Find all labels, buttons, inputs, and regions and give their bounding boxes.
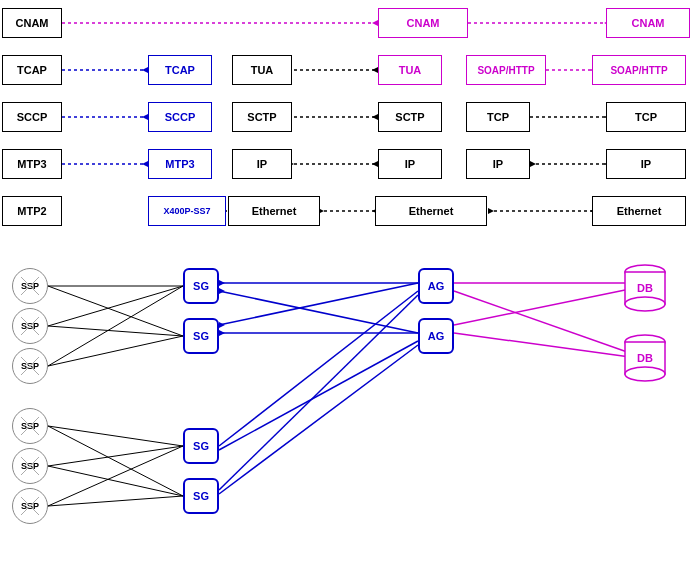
db1-node: DB	[620, 262, 670, 314]
ssp3-node: SSP	[12, 348, 48, 384]
svg-point-77	[625, 367, 665, 381]
tcp-col6: TCP	[606, 102, 686, 132]
cnam-label-col1: CNAM	[2, 8, 62, 38]
db1-icon: DB	[620, 262, 670, 314]
svg-text:DB: DB	[637, 352, 653, 364]
x400p-col2: X400P-SS7	[148, 196, 226, 226]
svg-marker-22	[530, 161, 536, 167]
svg-line-33	[48, 286, 183, 326]
ssp2-node: SSP	[12, 308, 48, 344]
tcap-col2: TCAP	[148, 55, 212, 85]
svg-marker-46	[219, 288, 225, 294]
ip-col4: IP	[378, 149, 442, 179]
tcp-col5: TCP	[466, 102, 530, 132]
ethernet-col4: Ethernet	[375, 196, 487, 226]
ip-col5: IP	[466, 149, 530, 179]
svg-marker-49	[219, 330, 225, 336]
ssp1-node: SSP	[12, 268, 48, 304]
svg-text:DB: DB	[637, 282, 653, 294]
svg-line-41	[48, 446, 183, 506]
svg-line-51	[219, 291, 418, 446]
svg-line-37	[48, 426, 183, 446]
mtp2-label-col1: MTP2	[2, 196, 62, 226]
svg-line-38	[48, 426, 183, 496]
ssp5-node: SSP	[12, 448, 48, 484]
db2-icon: DB	[620, 332, 670, 384]
connection-lines	[0, 0, 696, 579]
svg-line-56	[454, 291, 630, 353]
ip-col6: IP	[606, 149, 686, 179]
ag2-node: AG	[418, 318, 454, 354]
sccp-label-col1: SCCP	[2, 102, 62, 132]
soaphttp-col6: SOAP/HTTP	[592, 55, 686, 85]
svg-line-34	[48, 326, 183, 336]
db2-node: DB	[620, 332, 670, 384]
sg2-node: SG	[183, 318, 219, 354]
svg-line-42	[48, 496, 183, 506]
svg-line-54	[219, 345, 418, 494]
svg-line-32	[48, 286, 183, 336]
svg-line-52	[219, 341, 418, 450]
diagram: CNAM TCAP SCCP MTP3 MTP2 TCAP SCCP MTP3 …	[0, 0, 696, 579]
tcap-label-col1: TCAP	[2, 55, 62, 85]
svg-line-35	[48, 286, 183, 366]
sctp-col4: SCTP	[378, 102, 442, 132]
sg4-node: SG	[183, 478, 219, 514]
sg1-node: SG	[183, 268, 219, 304]
soaphttp-col5: SOAP/HTTP	[466, 55, 546, 85]
svg-line-44	[219, 291, 418, 333]
svg-point-73	[625, 297, 665, 311]
cnam-col6: CNAM	[606, 8, 690, 38]
mtp3-label-col1: MTP3	[2, 149, 62, 179]
svg-marker-45	[219, 280, 225, 286]
svg-line-39	[48, 446, 183, 466]
svg-marker-29	[488, 208, 494, 214]
ip-col3: IP	[232, 149, 292, 179]
svg-marker-50	[219, 322, 225, 328]
ssp6-node: SSP	[12, 488, 48, 524]
sg3-node: SG	[183, 428, 219, 464]
svg-line-36	[48, 336, 183, 366]
tua-col4: TUA	[378, 55, 442, 85]
tua-col3: TUA	[232, 55, 292, 85]
svg-line-48	[219, 283, 418, 325]
ssp4-node: SSP	[12, 408, 48, 444]
ag1-node: AG	[418, 268, 454, 304]
svg-line-57	[454, 289, 630, 325]
ethernet-col6: Ethernet	[592, 196, 686, 226]
sccp-col2: SCCP	[148, 102, 212, 132]
sctp-col3: SCTP	[232, 102, 292, 132]
ethernet-col3: Ethernet	[228, 196, 320, 226]
svg-line-53	[219, 295, 418, 490]
cnam-col4: CNAM	[378, 8, 468, 38]
svg-line-58	[454, 333, 630, 357]
svg-line-40	[48, 466, 183, 496]
mtp3-col2: MTP3	[148, 149, 212, 179]
